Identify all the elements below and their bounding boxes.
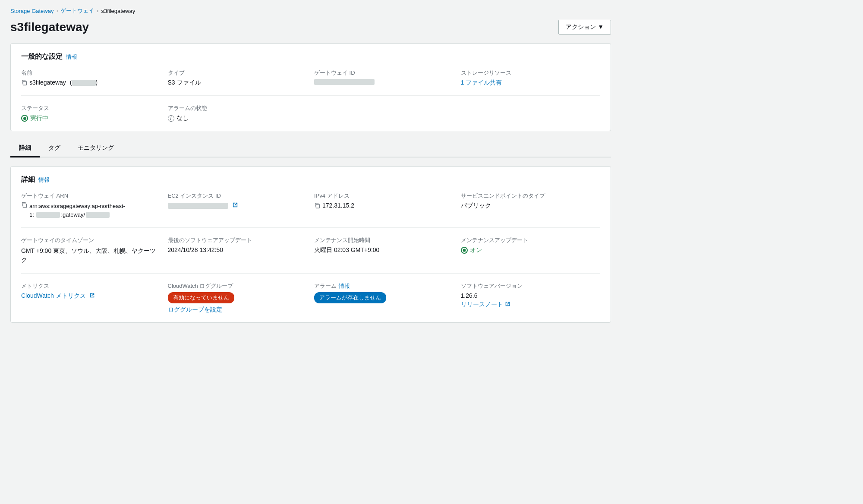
prop-ec2-id: EC2 インスタンス ID <box>168 192 308 219</box>
ipv4-label: IPv4 アドレス <box>314 192 454 200</box>
on-circle-icon <box>461 247 468 254</box>
prop-cloudwatch-log: CloudWatch ロググループ 有効になっていません ロググループを設定 <box>168 282 308 314</box>
ec2-external-link[interactable] <box>232 202 238 209</box>
details-card: 詳細 情報 ゲートウェイ ARN arn:aws:storagegateway:… <box>10 166 611 323</box>
alarm-info-link[interactable]: 情報 <box>339 282 350 290</box>
breadcrumb-gateway[interactable]: ゲートウェイ <box>60 7 94 15</box>
tab-tags[interactable]: タグ <box>40 140 69 158</box>
metrics-external-link-icon <box>89 293 95 298</box>
prop-alarm: アラームの状態 i なし <box>168 104 308 122</box>
prop-alarm-detail: アラーム 情報 アラームが存在しません <box>314 282 454 314</box>
status-value: 実行中 <box>21 114 161 122</box>
release-notes-external-link-icon <box>505 301 510 307</box>
general-settings-card: 一般的な設定 情報 名前 s3filegateway () タイプ S3 <box>10 43 611 131</box>
last-update-label: 最後のソフトウェアアップデート <box>168 236 308 244</box>
svg-rect-0 <box>23 82 26 85</box>
prop-ipv4: IPv4 アドレス 172.31.15.2 <box>314 192 454 219</box>
alarm-state-label: アラームの状態 <box>168 104 308 112</box>
maintenance-start-value: 火曜日 02:03 GMT+9:00 <box>314 246 454 254</box>
external-link-icon <box>232 202 238 208</box>
storage-label: ストレージリソース <box>461 69 601 77</box>
timezone-value: GMT +9:00 東京、ソウル、大阪、札幌、ヤクーツク <box>21 246 161 265</box>
prop-gateway-arn: ゲートウェイ ARN arn:aws:storagegateway:ap-nor… <box>21 192 161 219</box>
service-endpoint-label: サービスエンドポイントのタイプ <box>461 192 601 200</box>
general-settings-info-link[interactable]: 情報 <box>66 53 77 61</box>
general-settings-row2: ステータス 実行中 アラームの状態 i なし <box>21 104 600 122</box>
ipv4-copy-icon <box>314 202 320 208</box>
metrics-label: メトリクス <box>21 282 161 290</box>
storage-value: 1 ファイル共有 <box>461 79 601 87</box>
details-row3: メトリクス CloudWatch メトリクス CloudWatch ロググループ… <box>21 282 600 314</box>
ec2-id-label: EC2 インスタンス ID <box>168 192 308 200</box>
cloudwatch-log-value: 有効になっていません ロググループを設定 <box>168 292 308 314</box>
prop-storage: ストレージリソース 1 ファイル共有 <box>461 69 601 87</box>
arn-text: arn:aws:storagegateway:ap-northeast- 1: … <box>29 202 125 219</box>
action-button[interactable]: アクション ▼ <box>558 20 611 35</box>
prop-maintenance-update: メンテナンスアップデート オン <box>461 236 601 265</box>
software-version-label: ソフトウェアバージョン <box>461 282 601 290</box>
prop-gateway-id: ゲートウェイ ID <box>314 69 454 87</box>
timezone-label: ゲートウェイのタイムゾーン <box>21 236 161 244</box>
ec2-id-value <box>168 202 308 209</box>
alarm-detail-value: アラームが存在しません <box>314 292 454 303</box>
name-label: 名前 <box>21 69 161 77</box>
software-version-value: 1.26.6 リリースノート <box>461 292 601 309</box>
alarm-detail-label: アラーム 情報 <box>314 282 454 290</box>
maintenance-update-label: メンテナンスアップデート <box>461 236 601 244</box>
maintenance-update-value: オン <box>461 246 601 254</box>
details-title: 詳細 情報 <box>21 175 600 184</box>
gateway-arn-label: ゲートウェイ ARN <box>21 192 161 200</box>
prop-timezone: ゲートウェイのタイムゾーン GMT +9:00 東京、ソウル、大阪、札幌、ヤクー… <box>21 236 161 265</box>
arn-copy-icon <box>21 202 27 208</box>
tab-details[interactable]: 詳細 <box>10 140 40 158</box>
page-title: s3filegateway <box>10 20 89 34</box>
prop-status: ステータス 実行中 <box>21 104 161 122</box>
prop-software-version: ソフトウェアバージョン 1.26.6 リリースノート <box>461 282 601 314</box>
svg-rect-1 <box>23 204 26 208</box>
maintenance-on-status: オン <box>461 246 482 254</box>
status-running: 実行中 <box>21 114 48 122</box>
breadcrumb-storage-gateway[interactable]: Storage Gateway <box>10 8 54 14</box>
breadcrumb-sep-1: › <box>56 8 58 14</box>
ipv4-value: 172.31.15.2 <box>314 202 454 209</box>
prop-metrics: メトリクス CloudWatch メトリクス <box>21 282 161 314</box>
copy-icon <box>21 79 27 85</box>
metrics-value: CloudWatch メトリクス <box>21 292 161 300</box>
release-notes-ext-link[interactable] <box>505 301 510 308</box>
details-row2: ゲートウェイのタイムゾーン GMT +9:00 東京、ソウル、大阪、札幌、ヤクー… <box>21 236 600 265</box>
prop-last-update: 最後のソフトウェアアップデート 2024/10/28 13:42:50 <box>168 236 308 265</box>
tabs-bar: 詳細 タグ モニタリング <box>10 140 611 158</box>
cloudwatch-log-label: CloudWatch ロググループ <box>168 282 308 290</box>
metrics-ext-link[interactable] <box>89 293 95 299</box>
cloudwatch-metrics-link[interactable]: CloudWatch メトリクス <box>21 292 86 300</box>
maintenance-start-label: メンテナンス開始時間 <box>314 236 454 244</box>
cloudwatch-disabled-badge: 有効になっていません <box>168 292 234 303</box>
gateway-id-label: ゲートウェイ ID <box>314 69 454 77</box>
name-value: s3filegateway () <box>21 79 161 86</box>
breadcrumb-current: s3filegateway <box>101 8 135 14</box>
tab-monitoring[interactable]: モニタリング <box>69 140 123 158</box>
type-label: タイプ <box>168 69 308 77</box>
service-endpoint-value: パブリック <box>461 202 601 210</box>
general-settings-row1: 名前 s3filegateway () タイプ S3 ファイル ゲートウェイ I… <box>21 69 600 87</box>
storage-link[interactable]: 1 ファイル共有 <box>461 79 502 87</box>
svg-point-3 <box>463 249 466 252</box>
prop-name: 名前 s3filegateway () <box>21 69 161 87</box>
running-circle-icon <box>21 115 28 122</box>
prop-service-endpoint: サービスエンドポイントのタイプ パブリック <box>461 192 601 219</box>
status-label: ステータス <box>21 104 161 112</box>
alarm-info-icon: i <box>168 115 174 122</box>
breadcrumb-sep-2: › <box>97 8 98 14</box>
type-value: S3 ファイル <box>168 79 308 87</box>
prop-maintenance-start: メンテナンス開始時間 火曜日 02:03 GMT+9:00 <box>314 236 454 265</box>
details-info-link[interactable]: 情報 <box>38 176 50 184</box>
release-notes-link[interactable]: リリースノート <box>461 301 503 309</box>
gateway-arn-value: arn:aws:storagegateway:ap-northeast- 1: … <box>21 202 161 219</box>
no-alarm-badge: アラームが存在しません <box>314 292 386 303</box>
setup-log-link[interactable]: ロググループを設定 <box>168 306 222 314</box>
details-row1: ゲートウェイ ARN arn:aws:storagegateway:ap-nor… <box>21 192 600 219</box>
alarm-state-value: i なし <box>168 114 308 122</box>
last-update-value: 2024/10/28 13:42:50 <box>168 246 308 253</box>
page-header: s3filegateway アクション ▼ <box>10 20 611 35</box>
gateway-id-value <box>314 79 454 85</box>
